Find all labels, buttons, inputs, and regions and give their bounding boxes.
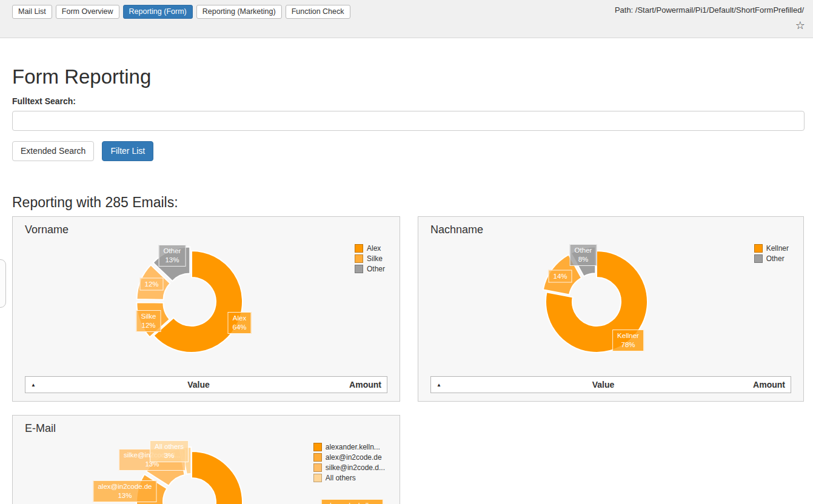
column-value[interactable]: Value (48, 380, 349, 390)
legend-swatch-icon (313, 443, 322, 451)
tab-form-overview[interactable]: Form Overview (56, 5, 119, 19)
slice-label-slice-2: 12% (139, 278, 163, 291)
legend-item-alexander-kelln: alexander.kelln... (313, 443, 385, 451)
legend-item-other: Other (754, 254, 789, 263)
chart-legend: alexander.kelln...alex@in2code.desilke@i… (313, 443, 385, 484)
legend-label: All others (326, 474, 356, 482)
table-header: ▲ Value Amount (25, 376, 387, 393)
legend-item-all-others: All others (313, 474, 385, 482)
legend-swatch-icon (355, 244, 363, 253)
legend-swatch-icon (355, 254, 363, 263)
top-toolbar: Mail List Form Overview Reporting (Form)… (0, 0, 813, 38)
chart-canvas: Alex64%Silke12%12%Other13% (13, 217, 400, 401)
extended-search-button[interactable]: Extended Search (12, 141, 94, 161)
chart-panel-nachname: Kellner78%14%Other8% Nachname KellnerOth… (418, 216, 804, 402)
panel-title: E-Mail (25, 422, 56, 435)
panel-title: Nachname (430, 224, 483, 236)
slice-label-other: Other8% (570, 244, 597, 266)
table-header: ▲ Value Amount (430, 376, 791, 393)
legend-item-silke: Silke (355, 254, 385, 263)
column-amount[interactable]: Amount (349, 380, 387, 390)
slice-label-silke: Silke12% (136, 310, 161, 332)
section-heading: Reporting with 285 Emails: (12, 194, 178, 211)
legend-item-other: Other (355, 265, 385, 273)
slice-label-all-others: All others3% (150, 440, 189, 462)
legend-swatch-icon (355, 265, 363, 273)
sidebar-collapse-handle[interactable] (0, 259, 6, 308)
donut-chart[interactable] (13, 217, 400, 402)
slice-label-other: Other13% (159, 245, 186, 267)
legend-label: alexander.kelln... (326, 443, 380, 451)
module-tabs: Mail List Form Overview Reporting (Form)… (12, 5, 350, 19)
tab-mail-list[interactable]: Mail List (12, 5, 52, 19)
page-title: Form Reporting (12, 65, 151, 88)
tab-reporting-marketing[interactable]: Reporting (Marketing) (196, 5, 282, 19)
breadcrumb-path: Path: /Start/Powermail/Pi1/Default/Short… (615, 5, 804, 15)
legend-swatch-icon (313, 453, 322, 462)
slice-label-alex-in2code-de: alex@in2code.de13% (93, 480, 156, 502)
legend-item-alex: Alex (355, 244, 385, 253)
chart-panel-vorname: Alex64%Silke12%12%Other13% Vorname AlexS… (12, 216, 400, 402)
legend-label: Alex (367, 244, 381, 253)
filter-list-button[interactable]: Filter List (102, 141, 153, 161)
search-actions: Extended Search Filter List (12, 141, 153, 161)
legend-label: silke@in2code.d... (326, 463, 385, 472)
slice-label-kellner: Kellner78% (612, 330, 644, 351)
slice-label-slice-1: 14% (548, 270, 572, 283)
sort-caret-icon[interactable]: ▲ (431, 382, 453, 388)
chart-legend: AlexSilkeOther (355, 244, 385, 275)
legend-swatch-icon (313, 463, 322, 472)
legend-item-alex-in2code-de: alex@in2code.de (313, 453, 385, 462)
legend-swatch-icon (313, 474, 322, 482)
tab-reporting-form[interactable]: Reporting (Form) (123, 5, 193, 19)
legend-label: Other (766, 254, 785, 263)
legend-label: alex@in2code.de (326, 453, 382, 462)
legend-swatch-icon (754, 244, 763, 253)
legend-item-silke-in2code-d: silke@in2code.d... (313, 463, 385, 472)
slice-label-alexander-kelln: alexander.kelln...71% (321, 499, 383, 504)
legend-label: Silke (367, 254, 383, 263)
tab-function-check[interactable]: Function Check (286, 5, 350, 19)
panel-title: Vorname (25, 224, 69, 236)
sort-caret-icon[interactable]: ▲ (25, 382, 48, 388)
chart-panel-email: alexander.kelln...71%alex@in2code.de13%s… (12, 415, 400, 504)
donut-chart[interactable] (418, 217, 803, 402)
favorite-star-icon[interactable]: ☆ (795, 20, 805, 31)
legend-label: Other (367, 265, 385, 273)
chart-legend: KellnerOther (754, 244, 789, 265)
column-amount[interactable]: Amount (753, 380, 791, 390)
fulltext-search-label: Fulltext Search: (12, 96, 76, 106)
slice-label-alex: Alex64% (227, 312, 251, 334)
form-reporting-page: Mail List Form Overview Reporting (Form)… (0, 0, 813, 504)
column-value[interactable]: Value (453, 380, 753, 390)
legend-label: Kellner (766, 244, 789, 253)
fulltext-search-input[interactable] (12, 111, 805, 131)
chart-canvas: Kellner78%14%Other8% (418, 217, 803, 401)
legend-item-kellner: Kellner (754, 244, 789, 253)
legend-swatch-icon (754, 254, 763, 263)
